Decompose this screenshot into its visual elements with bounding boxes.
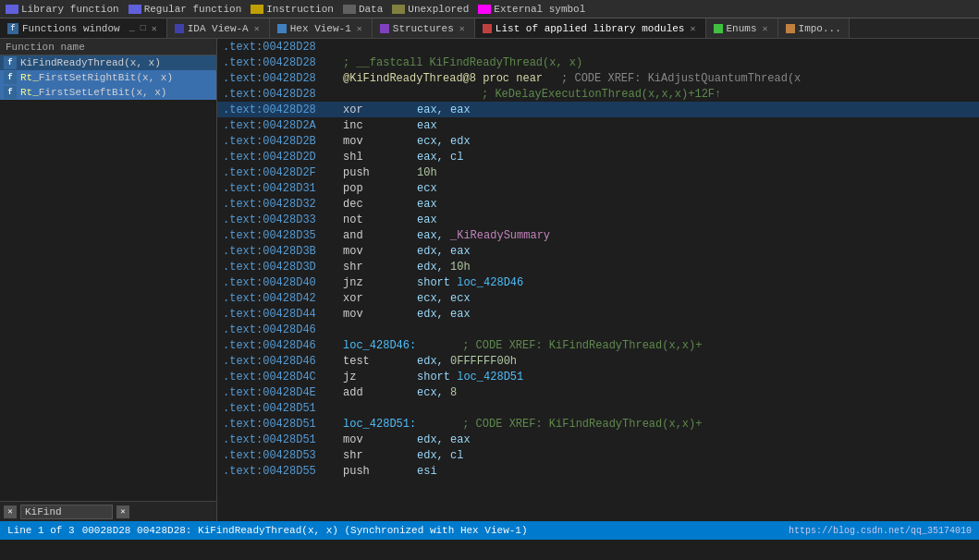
- func-badge-2: f: [4, 86, 17, 99]
- legend-library: Library function: [6, 4, 119, 15]
- functions-window-tab[interactable]: f Functions window _ □ ✕: [0, 18, 167, 38]
- code-line-18: .text:00428D44 mov edx, eax: [217, 306, 979, 322]
- tab-lib-modules[interactable]: List of applied library modules ✕: [475, 18, 706, 38]
- code-addr-18: .text:00428D44: [223, 308, 343, 321]
- func-name-0: KiFindReadyThread(x, x): [20, 57, 161, 68]
- code-addr-25: .text:00428D51: [223, 418, 343, 431]
- func-badge-0: f: [4, 56, 17, 69]
- tab-hex-view-1[interactable]: Hex View-1 ✕: [270, 18, 373, 38]
- tab-imports[interactable]: Impo...: [778, 18, 850, 38]
- func-badge-1: f: [4, 71, 17, 84]
- code-operand-5: eax, eax: [417, 103, 471, 116]
- tab-hex-view-1-close[interactable]: ✕: [355, 23, 364, 34]
- code-addr-8: .text:00428D2D: [223, 151, 343, 164]
- code-operand-28: esi: [417, 465, 437, 478]
- tab-enums-label: Enums: [727, 23, 757, 34]
- structures-icon: [380, 24, 389, 33]
- legend-library-label: Library function: [21, 4, 119, 15]
- code-comment-3: ; CODE XREF: KiAdjustQuantumThread(x: [561, 72, 801, 85]
- code-addr-15: .text:00428D3D: [223, 261, 343, 274]
- func-item-firstsetleftbit[interactable]: f Rt_FirstSetLeftBit(x, x): [0, 85, 216, 100]
- code-line-23: .text:00428D4E add ecx, 8: [217, 384, 979, 400]
- functions-window-maximize[interactable]: □: [139, 23, 148, 34]
- code-instr-6: inc: [343, 119, 417, 132]
- code-instr-11: dec: [343, 198, 417, 211]
- legend-regular-color: [128, 5, 141, 14]
- func-name-1: Rt_FirstSetRightBit(x, x): [20, 72, 173, 83]
- status-url: https://blog.csdn.net/qq_35174010: [789, 526, 972, 536]
- tab-enums[interactable]: Enums ✕: [706, 18, 778, 38]
- code-operand-23: ecx, 8: [417, 386, 457, 399]
- code-instr-23: add: [343, 386, 417, 399]
- code-addr-2: .text:00428D28: [223, 56, 343, 69]
- functions-window-minimize[interactable]: _: [128, 23, 137, 34]
- search-bar: ✕ ✕: [0, 501, 216, 521]
- tab-ida-view-a[interactable]: IDA View-A ✕: [167, 18, 270, 38]
- code-operand-10: ecx: [417, 182, 437, 195]
- code-line-12: .text:00428D33 not eax: [217, 212, 979, 227]
- code-addr-7: .text:00428D2B: [223, 135, 343, 148]
- right-panel: .text:00428D28 .text:00428D28 ; __fastca…: [217, 39, 979, 521]
- code-addr-14: .text:00428D3B: [223, 245, 343, 258]
- legend-instruction-label: Instruction: [266, 4, 334, 15]
- code-view[interactable]: .text:00428D28 .text:00428D28 ; __fastca…: [217, 39, 979, 521]
- status-address-info: 00028D28 00428D28: KiFindReadyThread(x, …: [82, 525, 528, 536]
- code-instr-15: shr: [343, 261, 417, 274]
- code-comment-20: ; CODE XREF: KiFindReadyThread(x,x)+: [462, 339, 702, 352]
- code-operand-18: edx, eax: [417, 308, 471, 321]
- code-comment-2: ; __fastcall KiFindReadyThread(x, x): [343, 56, 582, 69]
- status-left: Line 1 of 3 00028D28 00428D28: KiFindRea…: [7, 525, 528, 536]
- functions-window-tab-label: Functions window: [22, 23, 120, 34]
- code-line-1: .text:00428D28: [217, 39, 979, 55]
- code-operand-9: 10h: [417, 166, 437, 179]
- code-addr-19: .text:00428D46: [223, 323, 343, 336]
- search-close-button[interactable]: ✕: [4, 505, 17, 518]
- code-operand-17: ecx, ecx: [417, 292, 471, 305]
- func-item-firstsetrightbit[interactable]: f Rt_FirstSetRightBit(x, x): [0, 70, 216, 85]
- column-header-label: Function name: [6, 42, 85, 53]
- code-instr-9: push: [343, 166, 417, 179]
- functions-list[interactable]: f KiFindReadyThread(x, x) f Rt_FirstSetR…: [0, 55, 216, 501]
- tab-structures-close[interactable]: ✕: [458, 23, 467, 34]
- tab-structures[interactable]: Structures ✕: [373, 18, 475, 38]
- tab-hex-view-1-label: Hex View-1: [290, 23, 351, 34]
- code-addr-3: .text:00428D28: [223, 72, 343, 85]
- code-operand-21: edx, 0FFFFFF00h: [417, 355, 517, 368]
- legend-unexplored-color: [392, 5, 405, 14]
- code-addr-11: .text:00428D32: [223, 198, 343, 211]
- code-instr-22: jz: [343, 371, 417, 383]
- imports-icon: [786, 24, 795, 33]
- legend-instruction: Instruction: [251, 4, 334, 15]
- code-line-19: .text:00428D46: [217, 322, 979, 337]
- functions-window-close[interactable]: ✕: [150, 23, 159, 34]
- tab-ida-view-a-close[interactable]: ✕: [252, 23, 262, 34]
- code-instr-7: mov: [343, 135, 417, 148]
- code-addr-13: .text:00428D35: [223, 229, 343, 242]
- code-line-26: .text:00428D51 mov edx, eax: [217, 432, 979, 447]
- code-operand-12: eax: [417, 213, 437, 226]
- legend-external-label: External symbol: [494, 4, 585, 15]
- code-operand-14: edx, eax: [417, 245, 471, 258]
- code-line-22: .text:00428D4C jz short loc_428D51: [217, 369, 979, 384]
- legend-data: Data: [343, 4, 383, 15]
- code-line-3: .text:00428D28 @KiFindReadyThread@8 proc…: [217, 70, 979, 86]
- func-item-kifindreadythread[interactable]: f KiFindReadyThread(x, x): [0, 55, 216, 70]
- code-instr-10: pop: [343, 182, 417, 195]
- code-instr-8: shl: [343, 151, 417, 164]
- code-line-21: .text:00428D46 test edx, 0FFFFFF00h: [217, 353, 979, 369]
- code-instr-16: jnz: [343, 276, 417, 289]
- code-instr-5: xor: [343, 103, 417, 116]
- code-line-10: .text:00428D31 pop ecx: [217, 180, 979, 196]
- code-line-17: .text:00428D42 xor ecx, ecx: [217, 290, 979, 306]
- code-operand-27: edx, cl: [417, 449, 463, 462]
- search-input[interactable]: [20, 505, 113, 519]
- code-operand-22: short loc_428D51: [417, 371, 523, 383]
- tab-enums-close[interactable]: ✕: [761, 23, 770, 34]
- code-line-28: .text:00428D55 push esi: [217, 463, 979, 479]
- tab-lib-modules-close[interactable]: ✕: [688, 23, 697, 34]
- code-addr-27: .text:00428D53: [223, 449, 343, 462]
- code-line-16: .text:00428D40 jnz short loc_428D46: [217, 274, 979, 290]
- code-instr-12: not: [343, 213, 417, 226]
- search-clear-button[interactable]: ✕: [116, 505, 129, 518]
- legend-bar: Library function Regular function Instru…: [0, 0, 979, 18]
